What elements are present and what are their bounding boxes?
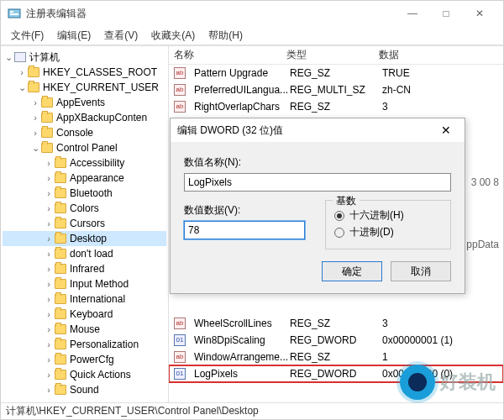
maximize-button[interactable]: □ bbox=[429, 2, 463, 25]
cell-name: PreferredUILangua... bbox=[189, 84, 290, 96]
tree-label: International bbox=[70, 293, 125, 305]
dialog-title: 编辑 DWORD (32 位)值 bbox=[177, 123, 434, 138]
tree-label: AppEvents bbox=[56, 97, 105, 108]
cell-name: Win8DpiScaling bbox=[189, 334, 290, 346]
menu-fav[interactable]: 收藏夹(A) bbox=[144, 27, 202, 45]
cell-name: RightOverlapChars bbox=[189, 101, 290, 113]
tree-label: Personalization bbox=[70, 339, 139, 350]
cancel-button[interactable]: 取消 bbox=[391, 261, 451, 281]
cell-data: TRUE bbox=[382, 67, 503, 79]
tree-item-don-t-load[interactable]: ›don't load bbox=[3, 246, 166, 261]
tree-hkcr[interactable]: ›HKEY_CLASSES_ROOT bbox=[3, 65, 166, 80]
label-value-name: 数值名称(N): bbox=[184, 155, 451, 170]
radio-hex[interactable]: 十六进制(H) bbox=[334, 208, 442, 223]
folder-icon bbox=[55, 173, 66, 183]
cell-name: Pattern Upgrade bbox=[189, 67, 290, 79]
value-data-input[interactable] bbox=[184, 221, 305, 239]
tree-label: Infrared bbox=[70, 263, 104, 275]
dialog-close-button[interactable]: ✕ bbox=[434, 123, 458, 137]
tree-pane[interactable]: ⌄计算机 ›HKEY_CLASSES_ROOT ⌄HKEY_CURRENT_US… bbox=[1, 46, 169, 402]
tree-item-personalization[interactable]: ›Personalization bbox=[3, 337, 166, 352]
string-value-icon: ab bbox=[174, 84, 186, 96]
col-name[interactable]: 名称 bbox=[169, 48, 286, 62]
computer-icon bbox=[14, 52, 26, 62]
tree-label: Accessibility bbox=[70, 157, 124, 169]
cell-data: 0x00000001 (1) bbox=[382, 334, 503, 346]
tree-item-input-method[interactable]: ›Input Method bbox=[3, 276, 166, 291]
tree-label: Mouse bbox=[70, 323, 100, 335]
tree-item-desktop[interactable]: ›Desktop bbox=[3, 231, 166, 246]
folder-icon bbox=[55, 264, 66, 274]
list-row[interactable]: abRightOverlapCharsREG_SZ3 bbox=[169, 98, 503, 115]
folder-icon bbox=[55, 385, 66, 395]
tree-item-keyboard[interactable]: ›Keyboard bbox=[3, 307, 166, 322]
tree-console[interactable]: ›Console bbox=[3, 125, 166, 140]
minimize-button[interactable]: — bbox=[396, 2, 429, 25]
menu-help[interactable]: 帮助(H) bbox=[202, 27, 249, 45]
folder-icon bbox=[55, 294, 66, 304]
list-row[interactable]: abWheelScrollLinesREG_SZ3 bbox=[169, 315, 503, 332]
ok-button[interactable]: 确定 bbox=[322, 261, 382, 281]
tree-item-powercfg[interactable]: ›PowerCfg bbox=[3, 352, 166, 367]
tree-item-international[interactable]: ›International bbox=[3, 291, 166, 307]
list-row[interactable]: 01Win8DpiScalingREG_DWORD0x00000001 (1) bbox=[169, 332, 503, 349]
folder-icon bbox=[41, 143, 53, 153]
list-header[interactable]: 名称 类型 数据 bbox=[169, 46, 503, 65]
menubar: 文件(F) 编辑(E) 查看(V) 收藏夹(A) 帮助(H) bbox=[1, 26, 503, 45]
tree-item-colors[interactable]: ›Colors bbox=[3, 201, 166, 216]
tree-root[interactable]: ⌄计算机 bbox=[3, 50, 166, 65]
tree-appx[interactable]: ›AppXBackupConten bbox=[3, 110, 166, 125]
cell-data: 1 bbox=[382, 351, 503, 363]
tree-label: don't load bbox=[70, 248, 113, 260]
radio-icon bbox=[334, 211, 344, 221]
col-data[interactable]: 数据 bbox=[379, 48, 503, 62]
tree-label: HKEY_CURRENT_USER bbox=[43, 81, 159, 93]
radio-dec[interactable]: 十进制(D) bbox=[334, 225, 442, 239]
tree-item-bluetooth[interactable]: ›Bluetooth bbox=[3, 186, 166, 201]
list-row[interactable]: abPattern UpgradeREG_SZTRUE bbox=[169, 65, 503, 81]
radio-label: 十进制(D) bbox=[349, 225, 394, 239]
cell-type: REG_DWORD bbox=[290, 334, 382, 346]
cell-data: zh-CN bbox=[382, 84, 503, 96]
tree-control-panel[interactable]: ⌄Control Panel bbox=[3, 140, 166, 155]
tree-label: Appearance bbox=[70, 172, 124, 184]
menu-edit[interactable]: 编辑(E) bbox=[50, 27, 97, 45]
cell-type: REG_MULTI_SZ bbox=[290, 84, 382, 96]
string-value-icon: ab bbox=[174, 67, 186, 79]
tree-label: Input Method bbox=[70, 278, 129, 290]
titlebar[interactable]: 注册表编辑器 — □ ✕ bbox=[1, 1, 503, 26]
cell-data: 0x00000000 (0) bbox=[382, 368, 503, 380]
tree-label: Control Panel bbox=[56, 142, 118, 154]
dialog-titlebar[interactable]: 编辑 DWORD (32 位)值 ✕ bbox=[171, 118, 465, 142]
tree-item-quick-actions[interactable]: ›Quick Actions bbox=[3, 367, 166, 382]
list-row[interactable]: abPreferredUILangua...REG_MULTI_SZzh-CN bbox=[169, 81, 503, 98]
value-name-input[interactable] bbox=[184, 173, 451, 192]
tree-label: PowerCfg bbox=[70, 354, 114, 365]
menu-view[interactable]: 查看(V) bbox=[97, 27, 144, 45]
folder-icon bbox=[28, 67, 39, 77]
close-button[interactable]: ✕ bbox=[463, 2, 496, 25]
base-group: 基数 十六进制(H) 十进制(D) bbox=[325, 200, 451, 249]
tree-item-appearance[interactable]: ›Appearance bbox=[3, 171, 166, 186]
tree-item-sound[interactable]: ›Sound bbox=[3, 382, 166, 397]
radio-label: 十六进制(H) bbox=[349, 208, 404, 223]
string-value-icon: ab bbox=[174, 318, 186, 329]
cell-name: LogPixels bbox=[189, 368, 290, 380]
tree-hkcu[interactable]: ⌄HKEY_CURRENT_USER bbox=[3, 80, 166, 95]
binary-value-icon: 01 bbox=[174, 334, 186, 346]
list-row[interactable]: abWindowArrangeme...REG_SZ1 bbox=[169, 349, 503, 365]
tree-item-accessibility[interactable]: ›Accessibility bbox=[3, 155, 166, 171]
cell-type: REG_SZ bbox=[290, 351, 382, 363]
tree-item-cursors[interactable]: ›Cursors bbox=[3, 216, 166, 231]
list-row[interactable]: 01LogPixelsREG_DWORD0x00000000 (0) bbox=[169, 365, 503, 382]
clipped-text: ppData bbox=[466, 239, 499, 250]
tree-appevents[interactable]: ›AppEvents bbox=[3, 95, 166, 110]
folder-icon bbox=[55, 354, 66, 365]
svg-rect-2 bbox=[10, 13, 18, 15]
col-type[interactable]: 类型 bbox=[286, 48, 379, 62]
menu-file[interactable]: 文件(F) bbox=[4, 27, 50, 45]
radio-icon bbox=[334, 228, 344, 238]
tree-item-mouse[interactable]: ›Mouse bbox=[3, 322, 166, 337]
tree-item-infrared[interactable]: ›Infrared bbox=[3, 261, 166, 276]
regedit-icon bbox=[8, 7, 21, 20]
